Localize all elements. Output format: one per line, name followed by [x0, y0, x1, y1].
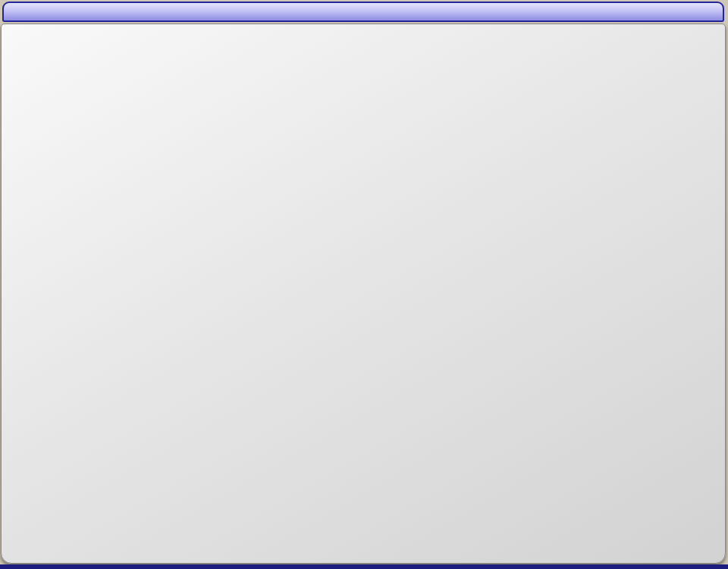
window-bottom-border	[0, 564, 728, 569]
title-bar	[2, 2, 724, 22]
chart-canvas	[0, 23, 726, 548]
